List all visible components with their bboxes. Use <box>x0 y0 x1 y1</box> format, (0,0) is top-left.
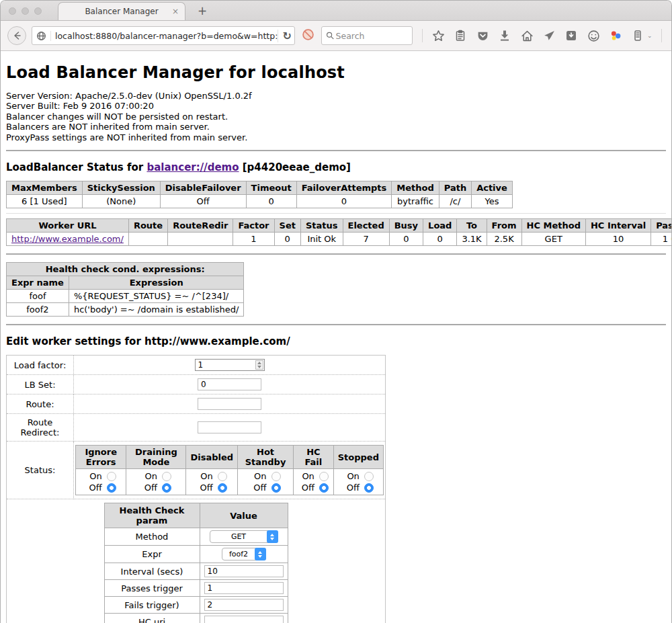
search-input[interactable] <box>335 30 408 42</box>
hc-expr-cell: foof2 <box>200 546 288 563</box>
balancer-status-table: MaxMembersStickySessionDisableFailoverTi… <box>6 181 513 208</box>
search-bar[interactable] <box>321 26 413 45</box>
minimize-window-button[interactable] <box>22 7 29 15</box>
radio-label: Off <box>298 483 314 493</box>
status-on-radio[interactable] <box>107 472 116 481</box>
worker-url-link[interactable]: http://www.example.com/ <box>11 234 124 244</box>
status-off-radio[interactable] <box>364 483 374 493</box>
status-label: Status: <box>7 442 74 499</box>
status-radio-cell: OnOff <box>333 469 383 495</box>
data-cell: hc('body') =~ /domain is established/ <box>69 303 244 317</box>
url-text[interactable]: localhost:8880/balancer-manager?b=demo&w… <box>55 31 278 41</box>
status-on-radio[interactable] <box>218 472 227 481</box>
lb-set-input[interactable] <box>198 378 261 390</box>
save-page-extension-icon[interactable] <box>564 29 578 42</box>
colorful-extension-icon[interactable] <box>609 29 622 42</box>
status-off-radio[interactable] <box>162 483 171 493</box>
reading-list-icon[interactable] <box>454 29 467 42</box>
back-button[interactable] <box>7 26 26 45</box>
globe-icon <box>36 31 51 41</box>
extension-dropdown-caret-icon[interactable]: ⌄ <box>647 32 653 39</box>
tab-balancer-manager[interactable]: Balancer Manager × <box>58 2 185 20</box>
header-cell: MaxMembers <box>7 181 83 195</box>
route-redirect-input[interactable] <box>198 421 261 433</box>
status-off-radio[interactable] <box>271 483 281 493</box>
expr-row-foof2: foof2hc('body') =~ /domain is establishe… <box>7 303 244 317</box>
url-bar[interactable]: localhost:8880/balancer-manager?b=demo&w… <box>32 26 295 45</box>
header-cell: Hot Standby <box>238 446 294 469</box>
header-cell: Set <box>274 219 300 233</box>
header-cell: HC Fail <box>294 446 334 469</box>
header-cell: Method <box>392 181 439 195</box>
hc-passes-row: Passes trigger <box>104 580 288 597</box>
radio-label: Off <box>86 483 102 493</box>
status-radio-row: OnOffOnOffOnOffOnOffOnOffOnOff <box>76 469 384 495</box>
health-check-expressions-table: Health check cond. expressions: Expr nam… <box>6 262 244 317</box>
hc-interval-input[interactable] <box>204 565 284 577</box>
tab-close-icon[interactable]: × <box>172 7 179 16</box>
container-extension-icon[interactable] <box>631 29 644 42</box>
back-arrow-icon <box>11 30 22 41</box>
content-blocker-icon[interactable] <box>302 28 314 44</box>
route-input[interactable] <box>198 398 261 410</box>
status-off-radio[interactable] <box>319 483 329 493</box>
status-on-radio[interactable] <box>319 472 329 481</box>
lb-set-label: LB Set: <box>7 375 74 394</box>
hc-method-row: Method GET <box>104 528 288 546</box>
status-off-radio[interactable] <box>218 483 227 493</box>
feedback-smiley-icon[interactable] <box>587 29 600 42</box>
balancer-data-row: 6 [1 Used](None)Off00bytraffic/c/Yes <box>7 195 513 208</box>
new-tab-button[interactable]: + <box>198 4 207 17</box>
window-controls[interactable] <box>9 7 42 15</box>
load-factor-input[interactable] <box>195 359 265 371</box>
downloads-icon[interactable] <box>498 29 511 42</box>
data-cell: 0 <box>423 233 457 246</box>
header-cell: Passes <box>651 219 672 233</box>
data-cell: Yes <box>472 195 513 208</box>
header-cell: FailoverAttempts <box>296 181 392 195</box>
data-cell: 0 <box>246 195 296 208</box>
zoom-window-button[interactable] <box>34 7 42 15</box>
header-cell: HC Method <box>521 219 585 233</box>
status-off-radio[interactable] <box>107 483 116 493</box>
reload-button[interactable]: ↻ <box>278 30 292 42</box>
browser-window: Balancer Manager × + localhost:8880/bala… <box>0 0 672 623</box>
data-cell: foof2 <box>7 303 69 317</box>
hc-fails-label: Fails trigger) <box>104 597 200 614</box>
toolbar-icons: ⌄ <box>422 29 672 42</box>
health-check-row: Health Check paramValue Method GET Expr <box>7 499 386 623</box>
header-cell: Timeout <box>246 181 296 195</box>
number-spinner-icon[interactable] <box>255 360 263 370</box>
data-cell: 3.1K <box>457 233 487 246</box>
status-header-row: Ignore ErrorsDraining ModeDisabledHot St… <box>76 446 384 469</box>
status-on-radio[interactable] <box>364 472 374 481</box>
status-on-radio[interactable] <box>162 472 171 481</box>
status-on-radio[interactable] <box>271 472 281 481</box>
hc-method-value: GET <box>210 532 267 541</box>
radio-label: Off <box>141 483 157 493</box>
close-window-button[interactable] <box>9 7 16 15</box>
route-cell <box>74 394 386 414</box>
balancer-demo-link[interactable]: balancer://demo <box>146 161 239 173</box>
radio-label: On <box>86 471 102 481</box>
hc-method-select[interactable]: GET <box>210 530 278 543</box>
header-cell: To <box>457 219 487 233</box>
status-radio-cell: OnOff <box>186 469 238 495</box>
expr-title-row: Health check cond. expressions: <box>7 263 244 276</box>
header-cell: Draining Mode <box>126 446 186 469</box>
header-cell: Health Check param <box>104 503 200 528</box>
hc-passes-input[interactable] <box>204 582 284 594</box>
heading-suffix: [p4420eeae_demo] <box>239 161 351 173</box>
send-tab-icon[interactable] <box>542 29 556 42</box>
header-cell: Load <box>423 219 457 233</box>
hc-fails-input[interactable] <box>204 599 284 611</box>
hc-uri-input[interactable] <box>204 616 284 623</box>
load-factor-label: Load factor: <box>7 356 74 375</box>
route-row: Route: <box>7 394 386 414</box>
pocket-icon[interactable] <box>476 29 489 42</box>
bookmark-star-icon[interactable] <box>431 29 445 42</box>
hc-expr-select[interactable]: foof2 <box>222 548 266 560</box>
home-icon[interactable] <box>520 29 534 42</box>
hc-passes-label: Passes trigger <box>104 580 200 597</box>
data-cell: Init Ok <box>300 233 343 246</box>
